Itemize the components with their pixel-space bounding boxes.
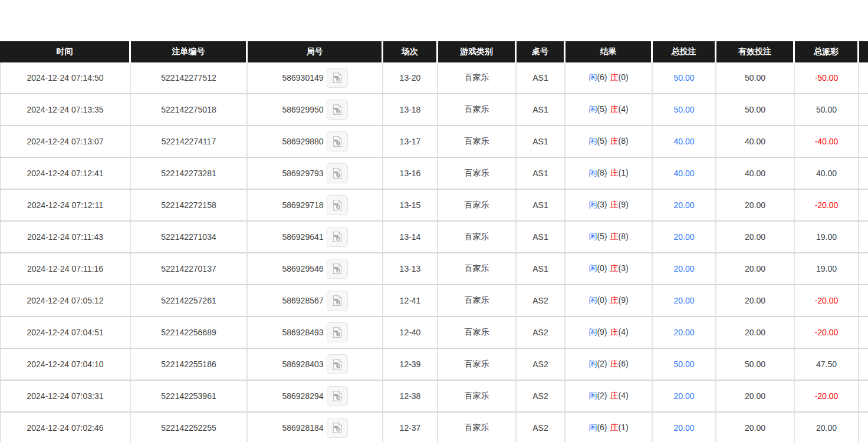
video-replay-button[interactable]: [327, 68, 348, 88]
cell-time: 2024-12-24 07:11:16: [0, 253, 131, 285]
cell-total-bet: 20.00: [653, 413, 716, 442]
video-replay-button[interactable]: [327, 163, 348, 183]
round-number: 586929880: [282, 137, 323, 146]
cell-table-no: AS1: [517, 126, 565, 158]
video-replay-button[interactable]: [327, 227, 348, 247]
cell-table-no: AS1: [517, 158, 565, 190]
video-replay-button[interactable]: [327, 386, 348, 406]
cell-overflow: [859, 413, 868, 442]
result-banker-count: (1): [619, 423, 629, 432]
result-player-count: (0): [597, 295, 607, 305]
result-banker-count: (4): [619, 327, 629, 337]
cell-table-no: AS1: [517, 62, 565, 94]
cell-overflow: [859, 158, 868, 190]
cell-total-bet: 40.00: [653, 158, 716, 190]
video-replay-button[interactable]: [327, 259, 348, 279]
result-player-label: 闲: [588, 263, 597, 273]
result-banker-count: (3): [619, 263, 629, 273]
cell-time: 2024-12-24 07:13:07: [0, 126, 131, 158]
cell-bet-no: 522142257261: [131, 285, 248, 317]
cell-payout: -20.00: [795, 285, 859, 317]
cell-overflow: [859, 253, 868, 285]
result-player-count: (2): [597, 391, 607, 400]
cell-table-no: AS1: [517, 253, 565, 285]
cell-game-type: 百家乐: [438, 253, 517, 285]
result-player-count: (6): [597, 423, 607, 432]
cell-overflow: [859, 190, 868, 222]
cell-time: 2024-12-24 07:04:10: [0, 349, 131, 381]
col-header-round-no: 局号: [248, 41, 383, 62]
cell-time: 2024-12-24 07:03:31: [0, 381, 131, 413]
col-header-payout: 总派彩: [795, 41, 859, 62]
result-banker-label: 庄: [610, 232, 619, 241]
video-file-icon: [331, 199, 343, 212]
cell-result: 闲(2)庄(6): [565, 349, 653, 381]
round-number: 586928403: [282, 359, 323, 369]
col-header-time: 时间: [0, 41, 131, 62]
video-replay-button[interactable]: [327, 291, 348, 311]
round-number: 586930149: [282, 73, 323, 83]
result-player-label: 闲: [588, 391, 597, 400]
cell-payout: 19.00: [795, 222, 859, 253]
cell-session: 12-40: [383, 317, 438, 349]
result-player-label: 闲: [588, 327, 597, 337]
result-player-label: 闲: [588, 295, 597, 305]
cell-overflow: [859, 94, 868, 126]
video-file-icon: [331, 71, 343, 84]
betting-records-screen: 时间 注单编号 局号 场次 游戏类别 桌号 结果 总投注 有效投注 总派彩 20…: [0, 0, 868, 442]
video-replay-button[interactable]: [327, 418, 348, 438]
cell-session: 12-38: [383, 381, 438, 413]
result-banker-label: 庄: [610, 391, 619, 400]
cell-game-type: 百家乐: [438, 158, 517, 190]
result-banker-label: 庄: [610, 136, 619, 146]
round-number: 586929641: [282, 232, 323, 242]
table-row: 2024-12-24 07:14:50 522142277512 5869301…: [0, 62, 868, 94]
cell-overflow: [859, 349, 868, 381]
cell-round-no: 586928403: [248, 349, 383, 381]
cell-round-no: 586928493: [248, 317, 383, 349]
video-replay-button[interactable]: [327, 131, 348, 151]
cell-session: 13-20: [383, 62, 438, 94]
cell-bet-no: 522142274117: [131, 126, 248, 158]
cell-game-type: 百家乐: [438, 349, 517, 381]
cell-bet-no: 522142272158: [131, 190, 248, 222]
cell-time: 2024-12-24 07:12:41: [0, 158, 131, 190]
cell-payout: -50.00: [795, 62, 859, 94]
table-row: 2024-12-24 07:02:46 522142252255 5869281…: [0, 413, 868, 442]
table-row: 2024-12-24 07:13:07 522142274117 5869298…: [0, 126, 868, 158]
cell-result: 闲(5)庄(4): [565, 94, 653, 126]
cell-game-type: 百家乐: [438, 317, 517, 349]
video-replay-button[interactable]: [327, 354, 348, 374]
result-player-label: 闲: [588, 72, 597, 82]
cell-time: 2024-12-24 07:13:35: [0, 94, 131, 126]
cell-valid-bet: 50.00: [716, 94, 795, 126]
table-row: 2024-12-24 07:03:31 522142253961 5869282…: [0, 381, 868, 413]
cell-result: 闲(0)庄(9): [565, 285, 653, 317]
cell-valid-bet: 50.00: [716, 349, 795, 381]
cell-result: 闲(5)庄(8): [565, 126, 653, 158]
table-row: 2024-12-24 07:13:35 522142275018 5869299…: [0, 94, 868, 126]
video-replay-button[interactable]: [327, 322, 348, 342]
video-replay-button[interactable]: [327, 195, 348, 215]
table-body: 2024-12-24 07:14:50 522142277512 5869301…: [0, 62, 868, 442]
result-banker-label: 庄: [610, 359, 619, 368]
result-player-count: (5): [597, 232, 607, 241]
cell-session: 12-39: [383, 349, 438, 381]
table-row: 2024-12-24 07:11:43 522142271034 5869296…: [0, 222, 868, 253]
result-banker-count: (1): [619, 168, 629, 177]
cell-round-no: 586928184: [248, 413, 383, 442]
cell-overflow: [859, 126, 868, 158]
records-table-container: 时间 注单编号 局号 场次 游戏类别 桌号 结果 总投注 有效投注 总派彩 20…: [0, 41, 868, 442]
betting-records-table: 时间 注单编号 局号 场次 游戏类别 桌号 结果 总投注 有效投注 总派彩 20…: [0, 41, 868, 442]
video-replay-button[interactable]: [327, 100, 348, 120]
cell-payout: 40.00: [795, 158, 859, 190]
result-banker-count: (0): [619, 72, 629, 82]
table-row: 2024-12-24 07:12:41 522142273281 5869297…: [0, 158, 868, 190]
col-header-total-bet: 总投注: [653, 41, 716, 62]
cell-total-bet: 20.00: [653, 317, 716, 349]
result-player-label: 闲: [588, 136, 597, 146]
cell-valid-bet: 20.00: [716, 413, 795, 442]
result-player-label: 闲: [588, 232, 597, 241]
cell-total-bet: 50.00: [653, 349, 716, 381]
cell-payout: 19.00: [795, 253, 859, 285]
